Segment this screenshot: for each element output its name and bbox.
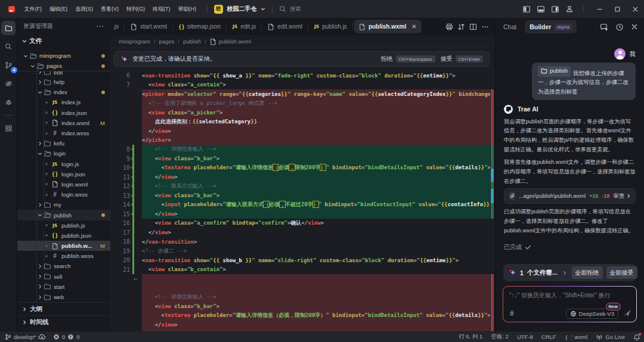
menu-item[interactable]: 终端(T) <box>149 3 174 15</box>
code-line-10: 10+ <textarea placeholder="请输入详情信息（必填，限制… <box>110 163 490 173</box>
code-line-diff: </picker> <box>110 136 490 145</box>
tree-folder-start[interactable]: start <box>17 282 110 292</box>
tree-file-publish.wxml[interactable]: publish.w...M <box>17 241 110 251</box>
chat-input[interactable]: "↑↓" 切换历史输入，"Shift+Enter" 换行 # DeepSeek-… <box>503 287 636 322</box>
breadcrumb-item[interactable]: publish <box>183 38 201 45</box>
overview-ruler[interactable] <box>490 48 495 331</box>
go-live-button[interactable]: Go Live <box>596 334 625 340</box>
tree-folder-web[interactable]: web <box>17 292 110 302</box>
more-actions-icon[interactable] <box>481 23 489 30</box>
menu-item[interactable]: 查看(V) <box>97 3 122 15</box>
files-section-header[interactable]: 文件 <box>17 35 110 48</box>
hash-hint[interactable]: # <box>510 309 514 318</box>
tree-folder-login[interactable]: login <box>17 148 110 158</box>
tree-folder-edit[interactable]: edit <box>17 71 110 77</box>
breadcrumb-item[interactable]: pages <box>159 38 174 45</box>
review-button[interactable]: 审查 <box>613 192 631 200</box>
language-mode[interactable]: { }wxml <box>565 334 588 340</box>
tree-file-index.wxss[interactable]: #index.wxss <box>17 128 110 138</box>
tab-edit.js[interactable]: JSedit.js <box>227 18 262 35</box>
tree-folder-pages[interactable]: pages <box>17 61 110 71</box>
breadcrumb[interactable]: miniprogram/pages/publish/publish.wxml <box>110 35 495 48</box>
close-tab-icon[interactable]: ✕ <box>411 23 416 30</box>
tab-builder[interactable]: Builder Alpha <box>525 20 577 33</box>
menu-item[interactable]: 编辑(E) <box>46 3 71 15</box>
tree-file-index.wxml[interactable]: index.wxmlM <box>17 118 110 128</box>
menu-item[interactable]: 帮助(H) <box>175 3 200 15</box>
breadcrumb-item[interactable]: miniprogram <box>119 38 150 45</box>
changed-file-card[interactable]: ...ages\publish\publish.wxml +15 -18 审查 <box>504 188 636 204</box>
tree-file-login.wxml[interactable]: login.wxml <box>17 179 110 189</box>
menu-item[interactable]: 选择(S) <box>72 3 97 15</box>
notifications-bell[interactable] <box>633 334 640 341</box>
activity-debug-button[interactable] <box>1 95 16 109</box>
menu-item[interactable]: 文件(F) <box>21 3 46 15</box>
reject-all-button[interactable]: 全部拒绝 <box>572 266 603 279</box>
git-modified-dot <box>101 64 105 68</box>
tree-file-login.js[interactable]: JSlogin.js <box>17 158 110 169</box>
tree-file-publish.json[interactable]: { }publish.json <box>17 231 110 241</box>
split-editor-icon[interactable] <box>469 23 477 30</box>
new-chat-icon[interactable] <box>600 23 608 31</box>
tree-file-login.json[interactable]: { }login.json <box>17 169 110 179</box>
toggle-panel-button[interactable] <box>534 0 548 18</box>
tab-start.wxml[interactable]: start.wxml <box>125 18 173 35</box>
tree-folder-kefu[interactable]: kefu <box>17 138 110 148</box>
timeline-section-header[interactable]: 时间线 <box>17 315 110 328</box>
eol-sequence[interactable]: CRLF <box>541 334 556 340</box>
context-chip[interactable]: publish <box>538 66 571 77</box>
tab-publish.wxml[interactable]: publish.wxml✕ <box>354 20 422 33</box>
compare-changes-icon[interactable] <box>457 23 465 30</box>
outline-section-header[interactable]: 大纲 <box>17 302 110 315</box>
tab-edit.wxml[interactable]: edit.wxml <box>262 18 308 35</box>
activity-extensions-button[interactable] <box>1 121 16 135</box>
reject-button[interactable]: 拒绝Ctrl+Backspace <box>381 55 435 63</box>
indentation[interactable]: 空格: 2 <box>491 333 509 341</box>
encoding[interactable]: UTF-8 <box>517 334 533 340</box>
close-button[interactable] <box>626 0 644 18</box>
tree-folder-sell[interactable]: sell <box>17 272 110 282</box>
tree-file-publish.wxss[interactable]: #publish.wxss <box>17 251 110 261</box>
warnings-icon <box>67 334 74 340</box>
tree-folder-help[interactable]: help <box>17 77 110 87</box>
tab-js[interactable]: .js <box>110 18 125 35</box>
print-icon[interactable] <box>445 23 453 30</box>
activity-explorer-button[interactable] <box>1 21 16 35</box>
tree-file-login.wxss[interactable]: #login.wxss <box>17 189 110 200</box>
account-button[interactable] <box>562 0 577 18</box>
problems-status[interactable]: 0 0 <box>53 334 80 340</box>
file-dot <box>45 234 48 237</box>
toggle-left-sidebar-button[interactable] <box>519 0 534 18</box>
model-icon <box>570 310 577 317</box>
tree-folder-miniprogram[interactable]: miniprogram <box>17 51 110 61</box>
toggle-right-sidebar-button[interactable] <box>548 0 562 18</box>
tab-chat[interactable]: Chat <box>503 23 516 30</box>
menu-item[interactable]: 转到(G) <box>123 3 148 15</box>
tree-folder-publish[interactable]: publish <box>17 210 110 220</box>
tab-sitemap.json[interactable]: { }sitemap.json <box>173 18 227 35</box>
maximize-button[interactable] <box>608 0 626 18</box>
breadcrumb-item[interactable]: publish.wxml <box>210 38 251 45</box>
cursor-position[interactable]: 行 6, 列 1 <box>459 333 482 341</box>
history-icon[interactable] <box>615 23 624 31</box>
git-branch-status[interactable]: develop* <box>5 334 46 340</box>
send-icon[interactable] <box>623 309 631 317</box>
tree-folder-index[interactable]: index <box>17 87 110 97</box>
project-selector[interactable]: 校 校园二手仓 <box>214 5 265 14</box>
tree-file-publish.js[interactable]: JSpublish.js <box>17 220 110 231</box>
close-panel-icon[interactable] <box>631 23 638 30</box>
activity-source-control-button[interactable]: 4 <box>1 58 16 72</box>
tree-folder-my[interactable]: my <box>17 200 110 210</box>
accept-button[interactable]: 接受Ctrl+Enter <box>441 55 483 63</box>
activity-search-button[interactable] <box>1 39 16 54</box>
minimize-button[interactable] <box>590 0 608 18</box>
more-actions-icon[interactable]: ··· <box>97 23 104 30</box>
accept-all-button[interactable]: 全部接受 <box>606 266 637 279</box>
tree-file-index.json[interactable]: { }index.json <box>17 108 110 118</box>
builder-label: Builder <box>530 23 551 30</box>
tab-publish.js[interactable]: JSpublish.js <box>308 18 353 35</box>
tree-file-index.js[interactable]: JSindex.js <box>17 97 110 107</box>
activity-preview-button[interactable] <box>1 76 16 91</box>
tree-folder-search[interactable]: search <box>17 261 110 271</box>
global-search[interactable]: 搜索 <box>279 5 301 13</box>
